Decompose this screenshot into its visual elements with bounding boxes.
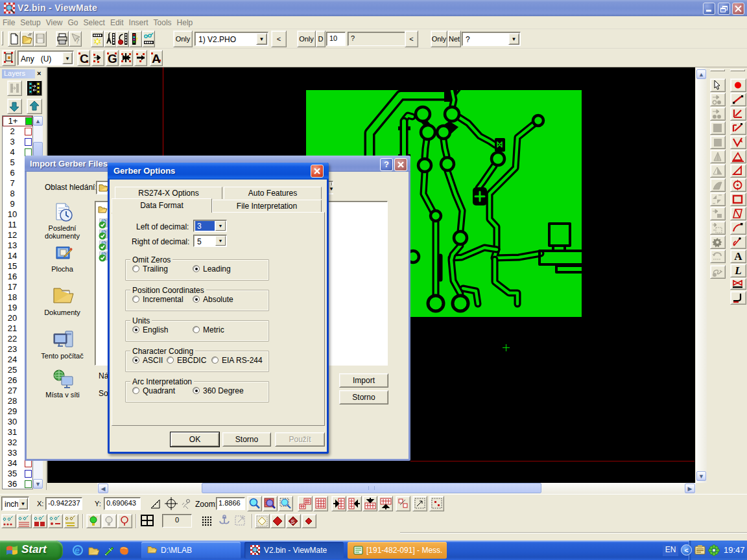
svg-text:C: C: [80, 52, 89, 65]
svg-text:?: ?: [75, 37, 80, 45]
svg-text:S: S: [291, 519, 295, 525]
svg-text:G: G: [108, 52, 117, 65]
svg-text:e: e: [75, 545, 80, 555]
svg-text:A: A: [152, 52, 161, 65]
